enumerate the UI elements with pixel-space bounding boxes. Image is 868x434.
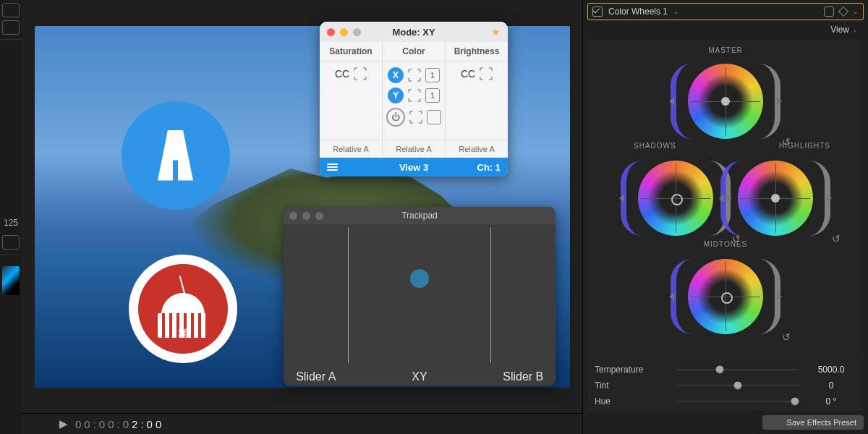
target-icon [409, 111, 422, 124]
keyframe-icon[interactable] [838, 7, 848, 17]
effect-enabled-checkbox[interactable] [592, 7, 603, 17]
wheel-label-shadows: SHADOWS [634, 142, 676, 150]
param-row-tint: Tint0 [595, 378, 856, 393]
reset-icon[interactable]: ↺ [832, 233, 841, 244]
left-thumbnail[interactable] [2, 266, 20, 295]
trackpad-label-b: Slider B [490, 370, 556, 383]
timecode-display[interactable]: 00:00:02:00 [75, 418, 164, 430]
color-wheels-area: MASTER SHADOWS HIGHLIGHTS MIDTONES ↺ ↺ ↺ [587, 39, 864, 359]
trackpad-label-xy: XY [349, 370, 491, 383]
left-strip-icon-2[interactable] [2, 20, 20, 35]
favorite-star-icon[interactable]: ★ [491, 26, 501, 38]
color-power-row[interactable]: ⏻ [386, 108, 441, 127]
axis-y-value[interactable]: 1 [425, 88, 440, 103]
mode-foot-brightness[interactable]: Relative A [446, 140, 508, 158]
target-icon [480, 67, 493, 80]
color-x-row[interactable]: X 1 [388, 67, 440, 83]
left-library-strip: 125 [0, 0, 22, 434]
trackpad-title: Trackpad [284, 210, 556, 221]
left-strip-icon-1[interactable] [2, 3, 20, 17]
slider-knob[interactable] [715, 366, 723, 374]
saturation-cc-button[interactable]: CC [335, 67, 367, 80]
wheel-right-arrow-icon[interactable] [777, 98, 782, 105]
reset-icon[interactable]: ↺ [782, 331, 791, 343]
wheel-left-arrow-icon[interactable] [669, 98, 674, 105]
wheel-left-arrow-icon[interactable] [719, 195, 724, 202]
overlay-app-icon-commandpost: ⌘ [129, 255, 237, 363]
mode-view-label[interactable]: View 3 [320, 162, 508, 173]
axis-x-button[interactable]: X [388, 67, 404, 83]
trackpad-ball[interactable] [410, 269, 429, 288]
param-label: Tint [595, 380, 670, 391]
wheel-label-midtones: MIDTONES [587, 240, 864, 248]
mode-title: Mode: XY [320, 27, 508, 38]
target-icon [408, 69, 421, 82]
color-wheel-midtones[interactable]: ↺ [681, 252, 770, 341]
save-effects-preset-button[interactable]: Save Effects Preset [762, 415, 864, 430]
color-params: Temperature5000.0Tint0Hue0 ° [587, 359, 864, 411]
color-y-row[interactable]: Y 1 [388, 88, 440, 103]
target-icon [408, 89, 421, 102]
chevron-down-icon[interactable]: ⌄ [853, 8, 859, 15]
mode-xy-popup[interactable]: Mode: XY ★ Saturation Color Brightness C… [320, 22, 508, 176]
param-value[interactable]: 5000.0 [806, 365, 856, 375]
trackpad-slider-a[interactable] [284, 224, 348, 367]
inspector-title[interactable]: Color Wheels 1 [608, 7, 668, 17]
slider-knob[interactable] [734, 382, 742, 390]
play-icon[interactable]: ▶ [59, 417, 68, 430]
power-value-empty[interactable] [427, 110, 441, 124]
wheel-right-arrow-icon[interactable] [777, 293, 782, 300]
mode-body-saturation: CC [320, 61, 383, 140]
mode-titlebar[interactable]: Mode: XY ★ [320, 22, 508, 42]
inspector-header[interactable]: Color Wheels 1 ⌄ ⌄ [587, 3, 864, 20]
param-slider[interactable] [677, 401, 799, 402]
trackpad-slider-b[interactable] [491, 224, 556, 367]
wheel-left-arrow-icon[interactable] [619, 195, 624, 202]
axis-x-value[interactable]: 1 [425, 68, 440, 82]
timeline-footer: ▶ 00:00:02:00 [22, 413, 582, 434]
inspector-view-menu[interactable]: View⌄ [583, 20, 868, 39]
target-icon [354, 67, 367, 80]
inspector-panel: Color Wheels 1 ⌄ ⌄ View⌄ MASTER SHADOWS … [582, 0, 868, 434]
viewer-panel: ⌘ Mode: XY ★ Sat [22, 0, 582, 434]
overlay-app-icon-audiograph [122, 101, 230, 210]
mode-column-color[interactable]: Color [383, 42, 446, 61]
param-slider[interactable] [677, 385, 799, 386]
mode-foot-saturation[interactable]: Relative A [320, 140, 383, 158]
param-value[interactable]: 0 [806, 380, 856, 391]
left-strip-icon-3[interactable] [2, 235, 20, 250]
brightness-cc-button[interactable]: CC [461, 67, 493, 80]
param-label: Temperature [595, 365, 670, 375]
mode-body-color: X 1 Y 1 ⏻ [383, 61, 446, 140]
mode-foot-color[interactable]: Relative A [383, 140, 446, 158]
param-row-temperature: Temperature5000.0 [595, 362, 856, 378]
color-wheel-shadows[interactable]: ↺ [631, 153, 720, 243]
trackpad-label-a: Slider A [284, 370, 349, 383]
param-label: Hue [595, 396, 670, 407]
reset-icon[interactable]: ↺ [782, 136, 791, 148]
mode-column-brightness[interactable]: Brightness [446, 42, 508, 61]
mode-body-brightness: CC [446, 61, 508, 140]
wheel-left-arrow-icon[interactable] [669, 293, 674, 300]
param-value[interactable]: 0 ° [806, 396, 856, 407]
mode-bottom-bar: View 3 Ch: 1 [320, 158, 508, 176]
mask-icon[interactable] [824, 7, 834, 17]
power-icon[interactable]: ⏻ [386, 108, 405, 127]
mode-column-saturation[interactable]: Saturation [320, 42, 383, 61]
trackpad-popup[interactable]: Trackpad Slider A XY Slider B [284, 207, 556, 386]
wheel-label-master: MASTER [587, 46, 864, 54]
param-slider[interactable] [677, 369, 799, 370]
color-wheel-master[interactable]: ↺ [681, 56, 770, 146]
trackpad-xy-pad[interactable] [349, 224, 490, 367]
chevron-down-icon[interactable]: ⌄ [673, 8, 679, 15]
color-wheel-highlights[interactable]: ↺ [731, 153, 820, 243]
axis-y-button[interactable]: Y [388, 88, 404, 103]
wheel-right-arrow-icon[interactable] [827, 195, 832, 202]
clip-count: 125 [4, 218, 18, 228]
trackpad-titlebar[interactable]: Trackpad [284, 207, 556, 224]
param-row-hue: Hue0 ° [595, 393, 856, 409]
slider-knob[interactable] [791, 398, 799, 406]
